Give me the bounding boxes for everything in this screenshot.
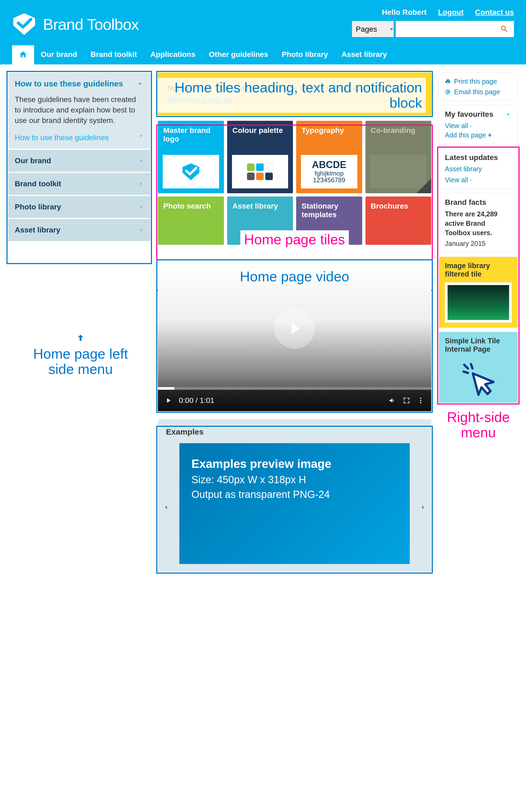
- search-icon: [500, 25, 509, 33]
- tile-photo-search[interactable]: Photo search: [158, 197, 224, 245]
- brand-facts-heading: Brand facts: [445, 198, 486, 207]
- chevron-right-icon: [139, 228, 144, 232]
- image-library-tile-label: Image library filtered tile: [445, 262, 490, 278]
- tile-co-branding[interactable]: Co-branding: [366, 121, 431, 193]
- latest-updates-heading-text: Latest updates: [445, 153, 498, 162]
- sidebar-item-label: Photo library: [15, 203, 61, 211]
- sidebar-item-photo-library[interactable]: Photo library: [8, 196, 151, 218]
- example-line-1: Examples preview image: [191, 455, 398, 473]
- tile-typography[interactable]: Typography ABCDE fghijklmop 123456789: [296, 121, 362, 193]
- nav-brand-toolkit[interactable]: Brand toolkit: [84, 45, 144, 64]
- utility-links: Hello Robert Logout Contact us: [382, 8, 514, 17]
- sidebar-item-our-brand[interactable]: Our brand: [8, 150, 151, 172]
- printer-icon: [445, 79, 451, 85]
- volume-icon[interactable]: [388, 397, 396, 404]
- play-button[interactable]: [274, 308, 315, 349]
- brand-name: Brand Toolbox: [43, 15, 139, 33]
- play-small-icon[interactable]: [165, 397, 172, 404]
- sidebar-item-brand-toolkit[interactable]: Brand toolkit: [8, 173, 151, 195]
- fullscreen-icon[interactable]: [403, 397, 410, 404]
- email-page-link[interactable]: Email this page: [445, 88, 512, 96]
- sidebar-how-to-link[interactable]: How to use these guidelines: [15, 133, 144, 142]
- primary-nav: Our brand Brand toolkit Applications Oth…: [12, 45, 394, 64]
- favourites-box: My favourites View all Add this page +: [439, 105, 518, 144]
- sidebar-how-to-text: How to use these guidelines: [15, 133, 109, 142]
- tile-label: Stationary templates: [301, 202, 338, 219]
- example-line-2: Size: 450px W x 318px H: [191, 473, 398, 487]
- email-page-text: Email this page: [454, 88, 500, 96]
- chevron-right-icon: [469, 178, 473, 182]
- video-time: 0:00 / 1:01: [179, 396, 214, 405]
- notice-label: Notice:: [167, 84, 193, 92]
- simple-link-tile-label: Simple Link Tile Internal Page: [445, 337, 500, 353]
- tile-lock-corner: [416, 178, 431, 193]
- search-input[interactable]: [396, 21, 514, 37]
- sidebar-intro: These guidelines have been created to in…: [15, 94, 144, 126]
- play-icon: [285, 319, 304, 338]
- plus-icon: +: [488, 131, 492, 139]
- typo-line-3: 123456789: [313, 177, 345, 183]
- search-scope-select[interactable]: Pages: [352, 21, 394, 37]
- tile-colour-palette[interactable]: Colour palette: [227, 121, 293, 193]
- notice-email-link[interactable]: info@synrg.com.au: [167, 95, 232, 104]
- image-library-tile[interactable]: Image library filtered tile: [439, 257, 518, 328]
- contact-link[interactable]: Contact us: [475, 8, 514, 16]
- nav-other-guidelines[interactable]: Other guidelines: [202, 45, 275, 64]
- sidebar-item-asset-library[interactable]: Asset library: [8, 219, 151, 241]
- logo-shield-icon: [12, 12, 36, 36]
- tile-stationary-templates[interactable]: Stationary templates: [296, 197, 362, 245]
- svg-point-4: [420, 402, 422, 404]
- favourites-heading[interactable]: My favourites: [445, 110, 512, 119]
- at-sign-icon: [445, 89, 451, 95]
- home-video-player[interactable]: 0:00 / 1:01: [158, 261, 431, 411]
- nav-applications[interactable]: Applications: [144, 45, 202, 64]
- print-page-link[interactable]: Print this page: [445, 77, 512, 85]
- nav-photo-library[interactable]: Photo library: [275, 45, 335, 64]
- latest-updates-box: Latest updates Asset library View all: [439, 148, 518, 189]
- tile-master-brand-logo[interactable]: Master brand logo: [158, 121, 224, 193]
- tile-label: Asset library: [232, 202, 278, 210]
- favourites-heading-text: My favourites: [445, 110, 494, 119]
- viewall-text: View all: [445, 122, 468, 129]
- nav-our-brand[interactable]: Our brand: [34, 45, 84, 64]
- print-page-text: Print this page: [454, 77, 497, 85]
- home-tiles-grid: Master brand logo Colour palette: [158, 121, 431, 193]
- tile-label: Co-branding: [371, 126, 415, 134]
- favourites-viewall-link[interactable]: View all: [445, 122, 512, 130]
- svg-line-7: [464, 365, 468, 368]
- home-icon: [19, 50, 27, 59]
- nav-home[interactable]: [12, 45, 34, 64]
- chevron-right-icon: [139, 158, 144, 163]
- tile-label: Brochures: [371, 202, 408, 210]
- video-progress-track[interactable]: [158, 387, 431, 390]
- chevron-down-icon: [505, 111, 512, 118]
- logout-link[interactable]: Logout: [438, 8, 464, 16]
- tile-label: Colour palette: [232, 126, 283, 134]
- kebab-icon[interactable]: [417, 397, 425, 404]
- sidebar-title[interactable]: How to use these guidelines: [15, 79, 144, 88]
- page-actions-box: Print this page Email this page: [439, 72, 518, 101]
- brand-facts-box: Brand facts There are 24,289 active Bran…: [439, 193, 518, 252]
- sidebar-title-text: How to use these guidelines: [15, 79, 123, 88]
- carousel-prev-button[interactable]: [162, 503, 170, 511]
- simple-link-tile[interactable]: Simple Link Tile Internal Page: [439, 332, 518, 403]
- tile-preview: [163, 155, 219, 188]
- greeting-text: Hello Robert: [382, 8, 426, 16]
- svg-point-2: [420, 398, 422, 399]
- typo-line-2: fghijklmop: [315, 170, 344, 177]
- svg-line-6: [464, 372, 468, 373]
- tile-asset-library[interactable]: Asset library: [227, 197, 293, 245]
- tile-brochures[interactable]: Brochures: [366, 197, 431, 245]
- brand-facts-date: January 2015: [445, 240, 512, 247]
- carousel-next-button[interactable]: [419, 503, 427, 511]
- latest-updates-item[interactable]: Asset library: [445, 165, 512, 173]
- favourites-addpage-link[interactable]: Add this page +: [445, 131, 512, 139]
- nav-asset-library[interactable]: Asset library: [335, 45, 394, 64]
- video-progress-fill: [158, 387, 174, 390]
- example-slide[interactable]: Examples preview image Size: 450px W x 3…: [179, 443, 410, 564]
- viewall-text: View all: [445, 176, 468, 184]
- brand-logo[interactable]: Brand Toolbox: [12, 12, 139, 36]
- latest-viewall-link[interactable]: View all: [445, 176, 512, 184]
- notification-block: Notice: From 5pm Friday maintenance and …: [158, 72, 431, 115]
- tile-label: Master brand logo: [163, 126, 211, 143]
